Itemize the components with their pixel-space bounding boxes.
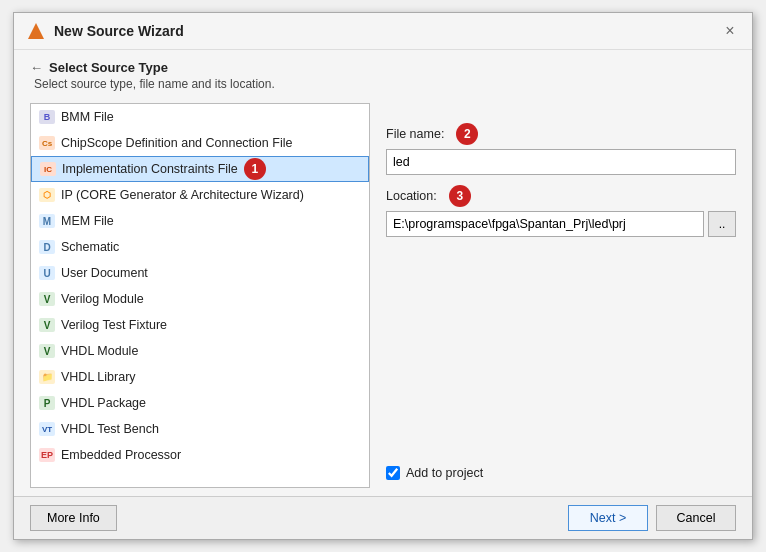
vhdl-pkg-icon: P [39,396,55,410]
location-label: Location: [386,189,437,203]
list-item-embedded[interactable]: EP Embedded Processor [31,442,369,468]
list-item-userdoc-label: User Document [61,266,148,280]
add-to-project-checkbox[interactable] [386,466,400,480]
list-item-userdoc[interactable]: U User Document [31,260,369,286]
list-item-bmm-label: BMM File [61,110,114,124]
impl-icon: IC [40,162,56,176]
step3-badge: 3 [449,185,471,207]
vhdl-tb-icon: VT [39,422,55,436]
title-bar: New Source Wizard × [14,13,752,50]
list-item-impl[interactable]: IC Implementation Constraints File 1 [31,156,369,182]
vhdl-lib-icon: 📁 [39,370,55,384]
verilog-test-icon: V [39,318,55,332]
footer: More Info Next > Cancel [14,496,752,539]
file-name-label: File name: [386,127,444,141]
list-item-vhdl-lib[interactable]: 📁 VHDL Library [31,364,369,390]
location-input[interactable] [386,211,704,237]
location-group: Location: 3 .. [386,185,736,237]
wizard-icon [26,21,46,41]
list-item-bmm[interactable]: B BMM File [31,104,369,130]
next-button[interactable]: Next > [568,505,648,531]
back-arrow[interactable]: ← [30,60,43,75]
list-item-mem[interactable]: M MEM File [31,208,369,234]
dialog-title: New Source Wizard [54,23,184,39]
list-item-vhdl-lib-label: VHDL Library [61,370,136,384]
section-subtitle: Select source type, file name and its lo… [34,77,736,91]
list-item-ip[interactable]: ⬡ IP (CORE Generator & Architecture Wiza… [31,182,369,208]
new-source-wizard-dialog: New Source Wizard × ← Select Source Type… [13,12,753,540]
step2-badge: 2 [456,123,478,145]
list-item-verilog-test-label: Verilog Test Fixture [61,318,167,332]
list-item-vhdl-tb-label: VHDL Test Bench [61,422,159,436]
list-item-embedded-label: Embedded Processor [61,448,181,462]
list-item-ip-label: IP (CORE Generator & Architecture Wizard… [61,188,304,202]
footer-right: Next > Cancel [568,505,736,531]
userdoc-icon: U [39,266,55,280]
add-to-project-group: Add to project [386,466,736,488]
list-item-verilog-test[interactable]: V Verilog Test Fixture [31,312,369,338]
list-item-chipscope-label: ChipScope Definition and Connection File [61,136,292,150]
section-title-text: Select Source Type [49,60,168,75]
bmm-icon: B [39,110,55,124]
step1-badge: 1 [244,158,266,180]
list-item-chipscope[interactable]: Cs ChipScope Definition and Connection F… [31,130,369,156]
embedded-icon: EP [39,448,55,462]
close-button[interactable]: × [720,21,740,41]
list-item-mem-label: MEM File [61,214,114,228]
list-item-vhdl[interactable]: V VHDL Module [31,338,369,364]
ip-icon: ⬡ [39,188,55,202]
list-item-vhdl-tb[interactable]: VT VHDL Test Bench [31,416,369,442]
cancel-button[interactable]: Cancel [656,505,736,531]
list-item-verilog-label: Verilog Module [61,292,144,306]
verilog-icon: V [39,292,55,306]
browse-button[interactable]: .. [708,211,736,237]
schematic-icon: D [39,240,55,254]
source-type-list: B BMM File Cs ChipScope Definition and C… [30,103,370,488]
svg-marker-0 [28,23,44,39]
list-item-verilog[interactable]: V Verilog Module [31,286,369,312]
list-item-schematic[interactable]: D Schematic [31,234,369,260]
mem-icon: M [39,214,55,228]
section-title-row: ← Select Source Type [30,60,736,75]
more-info-button[interactable]: More Info [30,505,117,531]
section-header: ← Select Source Type Select source type,… [14,50,752,95]
file-name-group: File name: 2 [386,123,736,175]
list-item-schematic-label: Schematic [61,240,119,254]
list-item-vhdl-label: VHDL Module [61,344,138,358]
add-to-project-label: Add to project [406,466,483,480]
content-area: B BMM File Cs ChipScope Definition and C… [14,95,752,496]
chipscope-icon: Cs [39,136,55,150]
right-panel: File name: 2 Location: 3 .. [386,103,736,488]
location-row: .. [386,211,736,237]
spacer [386,247,736,456]
list-item-impl-label: Implementation Constraints File [62,162,238,176]
file-name-input[interactable] [386,149,736,175]
list-item-vhdl-pkg-label: VHDL Package [61,396,146,410]
vhdl-icon: V [39,344,55,358]
title-bar-left: New Source Wizard [26,21,184,41]
list-item-vhdl-pkg[interactable]: P VHDL Package [31,390,369,416]
